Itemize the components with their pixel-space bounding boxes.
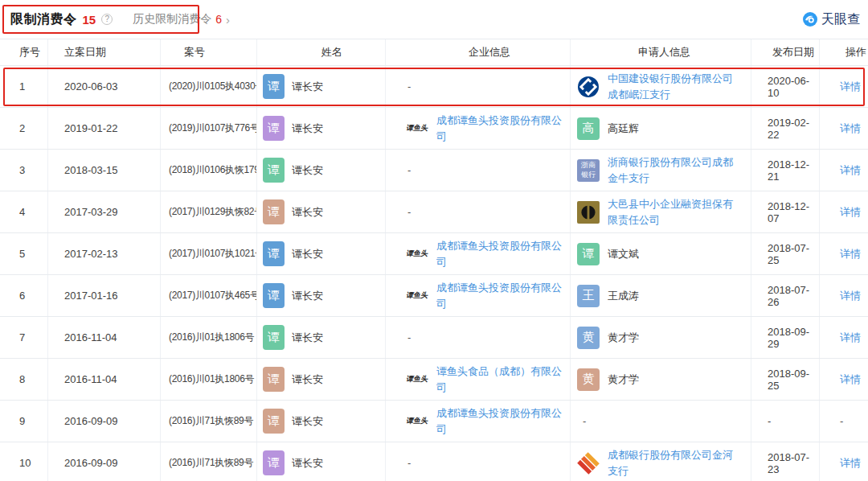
publish-date: 2018-07-25 (751, 233, 820, 274)
action-cell: 详情 (820, 359, 868, 400)
table-row: 7 2016-11-04 (2016)川01执1806号 谭 谭长安 - 黄黄才… (0, 317, 868, 359)
empty-dash: - (407, 164, 411, 176)
filing-date: 2019-01-22 (48, 108, 161, 149)
table-row: 2 2019-01-22 (2019)川0107执776号 谭 谭长安 谭鱼头成… (0, 108, 868, 150)
person-name: 谭长安 (292, 331, 323, 345)
applicant-company-link[interactable]: 浙商银行股份有限公司成都金牛支行 (608, 154, 735, 187)
person-name: 谭长安 (292, 247, 323, 261)
detail-link[interactable]: 详情 (840, 331, 861, 345)
person-cell: 谭 谭长安 (257, 191, 386, 232)
company-link[interactable]: 成都谭鱼头投资股份有限公司 (436, 405, 567, 438)
filing-date: 2016-09-09 (48, 442, 161, 481)
col-header-publish: 发布日期 (751, 39, 820, 65)
table-row: 8 2016-11-04 (2016)川01执1806号 谭 谭长安 谭鱼头谭鱼… (0, 359, 868, 401)
person-name: 谭长安 (292, 456, 323, 471)
company-cell: - (386, 442, 571, 481)
company-link[interactable]: 成都谭鱼头投资股份有限公司 (436, 280, 567, 312)
filing-date: 2018-03-15 (48, 150, 161, 191)
person-cell: 谭 谭长安 (257, 233, 386, 274)
publish-date: 2019-02-22 (751, 108, 820, 149)
action-cell: - (820, 401, 868, 442)
table-row: 1 2020-06-03 (2020)川0105执4030号 谭 谭长安 - 中… (0, 66, 868, 108)
tanyutou-brand-logo: 谭鱼头 (406, 250, 430, 258)
publish-date: - (751, 401, 820, 442)
company-link[interactable]: 成都谭鱼头投资股份有限公司 (436, 113, 567, 145)
action-cell: 详情 (820, 275, 868, 316)
publish-date: 2018-07-23 (751, 442, 820, 481)
tanyutou-brand-logo: 谭鱼头 (406, 417, 430, 426)
detail-link[interactable]: 详情 (840, 247, 861, 261)
history-link[interactable]: 历史限制消费令 6 › (133, 12, 230, 27)
applicant-company-link[interactable]: 中国建设银行股份有限公司成都岷江支行 (608, 71, 735, 103)
person-avatar: 谭 (263, 283, 285, 308)
detail-link[interactable]: 详情 (840, 289, 861, 303)
person-name: 谭长安 (292, 163, 323, 178)
applicant-cell: 浙商银行浙商银行股份有限公司成都金牛支行 (571, 150, 751, 191)
filing-date: 2020-06-03 (48, 66, 161, 107)
zheshang-logo-line1: 浙商 (581, 161, 596, 170)
action-cell: 详情 (820, 66, 868, 107)
detail-link[interactable]: 详情 (840, 121, 861, 136)
info-icon[interactable]: ? (101, 14, 113, 25)
applicant-avatar: 黄 (577, 327, 600, 349)
company-cell: - (386, 66, 571, 107)
company-cell: 谭鱼头成都谭鱼头投资股份有限公司 (386, 401, 571, 442)
applicant-name: 高廷辉 (608, 121, 639, 136)
table-row: 5 2017-02-13 (2017)川0107执1021号 谭 谭长安 谭鱼头… (0, 233, 868, 275)
action-cell: 详情 (820, 108, 868, 149)
applicant-company-link[interactable]: 大邑县中小企业融资担保有限责任公司 (608, 196, 735, 228)
applicant-company-link[interactable]: 成都银行股份有限公司金河支行 (608, 447, 735, 479)
tanyutou-brand-logo: 谭鱼头 (406, 292, 430, 300)
history-label: 历史限制消费令 (133, 12, 211, 27)
person-name: 谭长安 (292, 205, 323, 220)
case-number: (2016)川71执恢89号 (161, 442, 257, 481)
applicant-avatar: 王 (577, 285, 600, 307)
col-header-no: 序号 (0, 39, 48, 65)
action-cell: 详情 (820, 317, 868, 358)
publish-date: 2018-09-25 (751, 359, 820, 400)
company-link[interactable]: 成都谭鱼头投资股份有限公司 (436, 238, 567, 270)
applicant-avatar: 高 (577, 117, 600, 140)
row-number: 6 (0, 275, 48, 316)
filing-date: 2016-11-04 (48, 359, 161, 400)
person-avatar: 谭 (263, 325, 285, 350)
zheshang-bank-logo: 浙商银行 (577, 159, 600, 182)
case-number: (2016)川01执1806号 (161, 359, 257, 400)
person-cell: 谭 谭长安 (257, 275, 386, 316)
col-header-filing: 立案日期 (48, 39, 161, 65)
section-title: 限制消费令 (10, 11, 77, 28)
company-cell: 谭鱼头成都谭鱼头投资股份有限公司 (386, 108, 571, 149)
empty-dash: - (407, 206, 411, 218)
table-row: 10 2016-09-09 (2016)川71执恢89号 谭 谭长安 - 成都银… (0, 442, 868, 481)
col-header-action: 操作 (820, 39, 868, 65)
person-avatar: 谭 (263, 241, 285, 266)
detail-link[interactable]: 详情 (840, 80, 861, 94)
ccb-bank-logo (577, 76, 600, 98)
company-link[interactable]: 谭鱼头食品（成都）有限公司 (436, 364, 567, 396)
applicant-name: 黄才学 (608, 331, 639, 345)
empty-dash: - (583, 415, 586, 427)
row-number: 9 (0, 401, 48, 442)
detail-link[interactable]: 详情 (840, 163, 861, 178)
applicant-cell: 中国建设银行股份有限公司成都岷江支行 (571, 66, 751, 107)
row-number: 1 (0, 66, 48, 107)
person-cell: 谭 谭长安 (257, 359, 386, 400)
detail-link[interactable]: 详情 (840, 372, 861, 387)
person-avatar: 谭 (263, 116, 285, 141)
tianyancha-logo: 天眼查 (803, 11, 860, 28)
person-avatar: 谭 (263, 367, 285, 392)
action-cell: 详情 (820, 191, 868, 232)
detail-link[interactable]: 详情 (840, 205, 861, 220)
person-cell: 谭 谭长安 (257, 66, 386, 107)
case-number: (2019)川0107执776号 (161, 108, 257, 149)
publish-date: 2018-07-26 (751, 275, 820, 316)
row-number: 4 (0, 191, 48, 232)
applicant-name: 王成涛 (608, 289, 639, 303)
table-row: 4 2017-03-29 (2017)川0129执恢82号 谭 谭长安 - 大邑… (0, 191, 868, 233)
detail-link[interactable]: 详情 (840, 456, 861, 471)
applicant-cell: 成都银行股份有限公司金河支行 (571, 442, 751, 481)
person-avatar: 谭 (263, 409, 285, 434)
filing-date: 2017-02-13 (48, 233, 161, 274)
panel-header: 限制消费令 15 ? 历史限制消费令 6 › 天眼查 (0, 0, 868, 39)
empty-dash: - (840, 415, 843, 427)
